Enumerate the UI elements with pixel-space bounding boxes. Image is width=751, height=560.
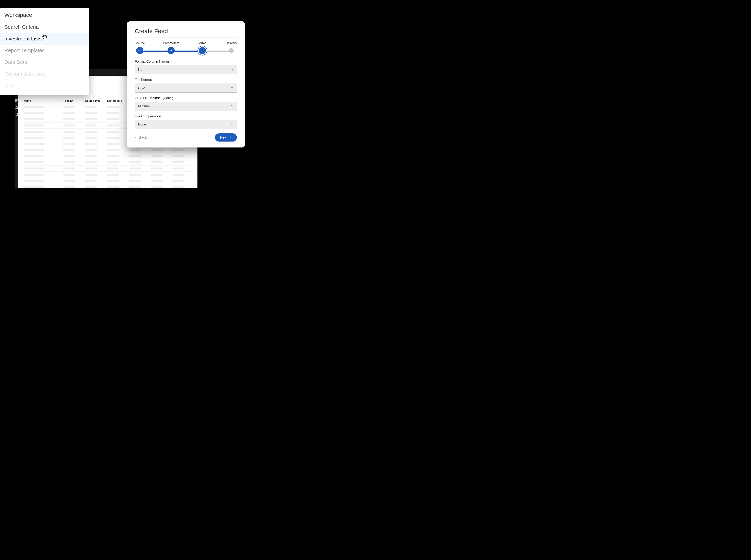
check-icon: [167, 47, 175, 54]
col-source-type[interactable]: Source Type: [85, 99, 107, 102]
format-column-names-select[interactable]: No: [135, 65, 237, 74]
chevron-down-icon: [231, 104, 234, 108]
compression-select[interactable]: None: [135, 120, 237, 129]
file-format-select[interactable]: CSV: [135, 83, 237, 93]
table-row[interactable]: [24, 172, 194, 178]
check-icon: [136, 47, 143, 54]
workspace-item-groups[interactable]: Gro: [0, 80, 89, 92]
table-row[interactable]: [24, 165, 194, 172]
workspace-item-report-templates[interactable]: Report Templates: [0, 45, 89, 56]
pointer-cursor-icon: [42, 34, 47, 40]
create-feed-title: Create Feed: [135, 28, 237, 38]
todo-step-icon: [229, 48, 234, 53]
step-delivery-label: Delivery: [225, 41, 237, 45]
workspace-header: Workspace: [0, 8, 89, 21]
step-source-label: Source: [135, 41, 145, 45]
compression-label: File Compression: [135, 114, 237, 118]
chevron-down-icon: [231, 86, 234, 90]
field-compression: File Compression None: [135, 114, 237, 129]
field-quoting: CSV TXT Include Quoting Minimal: [135, 96, 237, 111]
file-format-label: File Format: [135, 78, 237, 82]
quoting-select[interactable]: Minimal: [135, 102, 237, 111]
grid-icon[interactable]: [15, 99, 18, 102]
step-format-label: Format: [197, 41, 207, 45]
step-source[interactable]: Source: [135, 41, 145, 54]
field-format-column-names: Format Column Names No: [135, 60, 237, 74]
step-parameters[interactable]: Parameters: [163, 41, 179, 54]
chevron-down-icon: [231, 67, 234, 72]
document-icon[interactable]: [15, 113, 18, 116]
quoting-label: CSV TXT Include Quoting: [135, 96, 237, 100]
chevron-left-icon: [135, 135, 137, 140]
workspace-item-custom-database[interactable]: Custom Database: [0, 68, 89, 80]
table-row[interactable]: [24, 178, 194, 184]
step-delivery[interactable]: Delivery: [225, 41, 237, 53]
table-row[interactable]: [24, 184, 194, 188]
step-parameters-label: Parameters: [163, 41, 179, 45]
chevron-right-icon: [230, 135, 232, 140]
next-button[interactable]: Next: [215, 134, 237, 142]
workspace-item-search-criteria[interactable]: Search Criteria: [0, 21, 89, 33]
field-file-format: File Format CSV: [135, 78, 237, 93]
compression-value: None: [138, 122, 146, 126]
step-format[interactable]: Format: [197, 41, 207, 54]
quoting-value: Minimal: [138, 104, 150, 108]
back-button[interactable]: Back: [135, 135, 147, 140]
modal-footer: Back Next: [135, 134, 237, 142]
format-column-names-label: Format Column Names: [135, 60, 237, 64]
table-row[interactable]: [24, 147, 194, 153]
next-label: Next: [220, 135, 228, 140]
bell-icon[interactable]: [15, 106, 18, 109]
file-format-value: CSV: [138, 86, 145, 90]
format-column-names-value: No: [138, 68, 142, 72]
col-name[interactable]: Name: [24, 99, 63, 102]
back-label: Back: [139, 135, 147, 140]
chevron-down-icon: [231, 122, 234, 126]
create-feed-modal: Create Feed Source Parameters Format Del…: [127, 21, 245, 147]
table-row[interactable]: [24, 153, 194, 159]
col-feed-id[interactable]: Feed ID: [63, 99, 85, 102]
current-step-icon: [199, 47, 206, 54]
workspace-item-data-sets[interactable]: Data Sets: [0, 56, 89, 68]
stepper: Source Parameters Format Delivery: [135, 41, 237, 54]
workspace-panel: Workspace Search Criteria Investment Lis…: [0, 8, 89, 95]
table-row[interactable]: [24, 159, 194, 165]
col-last-update[interactable]: Last Update: [107, 99, 129, 102]
